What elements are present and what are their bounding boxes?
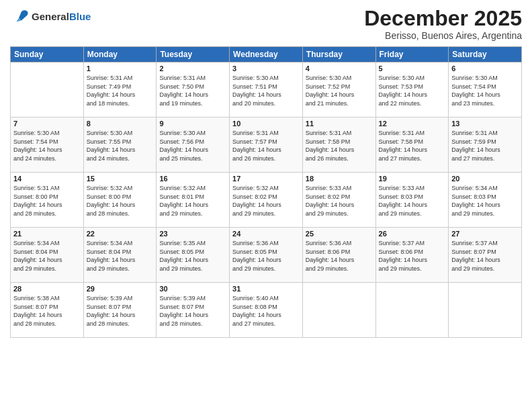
header-friday: Friday	[375, 47, 449, 62]
cell-content: Sunrise: 5:37 AMSunset: 8:06 PMDaylight:…	[379, 239, 446, 273]
cell-content: Sunrise: 5:30 AMSunset: 7:52 PMDaylight:…	[306, 74, 373, 107]
cell-content: Sunrise: 5:31 AMSunset: 7:58 PMDaylight:…	[306, 129, 373, 163]
table-row: 26Sunrise: 5:37 AMSunset: 8:06 PMDayligh…	[375, 228, 449, 283]
day-number: 11	[306, 120, 373, 128]
cell-content: Sunrise: 5:30 AMSunset: 7:56 PMDaylight:…	[159, 129, 226, 163]
table-row	[449, 283, 522, 338]
cell-content: Sunrise: 5:32 AMSunset: 8:01 PMDaylight:…	[159, 184, 226, 218]
table-row: 6Sunrise: 5:30 AMSunset: 7:54 PMDaylight…	[449, 62, 522, 118]
table-row	[11, 62, 84, 118]
calendar-week-2: 14Sunrise: 5:31 AMSunset: 8:00 PMDayligh…	[11, 173, 522, 228]
day-number: 21	[13, 230, 81, 238]
day-number: 27	[451, 230, 519, 238]
cell-content: Sunrise: 5:30 AMSunset: 7:55 PMDaylight:…	[87, 129, 154, 163]
table-row: 22Sunrise: 5:34 AMSunset: 8:04 PMDayligh…	[83, 228, 157, 283]
day-number: 15	[87, 175, 154, 183]
table-row: 21Sunrise: 5:34 AMSunset: 8:04 PMDayligh…	[11, 228, 84, 283]
table-row: 16Sunrise: 5:32 AMSunset: 8:01 PMDayligh…	[157, 173, 230, 228]
cell-content: Sunrise: 5:34 AMSunset: 8:04 PMDaylight:…	[87, 239, 154, 273]
table-row: 15Sunrise: 5:32 AMSunset: 8:00 PMDayligh…	[83, 173, 157, 228]
calendar-week-3: 21Sunrise: 5:34 AMSunset: 8:04 PMDayligh…	[11, 228, 522, 283]
day-number: 24	[232, 230, 300, 238]
header-saturday: Saturday	[449, 47, 522, 62]
day-number: 2	[159, 64, 226, 73]
calendar-header-row: Sunday Monday Tuesday Wednesday Thursday…	[11, 47, 522, 62]
day-number: 20	[451, 175, 519, 183]
day-number: 5	[379, 64, 446, 73]
calendar-table: Sunday Monday Tuesday Wednesday Thursday…	[10, 46, 522, 338]
day-number: 28	[13, 285, 81, 293]
day-number: 13	[451, 120, 519, 128]
table-row: 24Sunrise: 5:36 AMSunset: 8:05 PMDayligh…	[230, 228, 303, 283]
cell-content: Sunrise: 5:30 AMSunset: 7:53 PMDaylight:…	[379, 74, 446, 107]
table-row: 5Sunrise: 5:30 AMSunset: 7:53 PMDaylight…	[375, 62, 449, 118]
cell-content: Sunrise: 5:36 AMSunset: 8:05 PMDaylight:…	[232, 239, 300, 273]
cell-content: Sunrise: 5:31 AMSunset: 7:59 PMDaylight:…	[451, 129, 519, 163]
header-tuesday: Tuesday	[157, 47, 230, 62]
cell-content: Sunrise: 5:31 AMSunset: 7:58 PMDaylight:…	[379, 129, 446, 163]
month-title: December 2025	[364, 7, 522, 30]
cell-content: Sunrise: 5:37 AMSunset: 8:07 PMDaylight:…	[451, 239, 519, 273]
day-number: 22	[87, 230, 154, 238]
day-number: 8	[87, 120, 154, 128]
day-number: 23	[159, 230, 226, 238]
cell-content: Sunrise: 5:39 AMSunset: 8:07 PMDaylight:…	[87, 294, 154, 328]
table-row: 4Sunrise: 5:30 AMSunset: 7:52 PMDaylight…	[302, 62, 375, 118]
table-row: 20Sunrise: 5:34 AMSunset: 8:03 PMDayligh…	[449, 173, 522, 228]
logo: General Blue	[10, 7, 91, 26]
table-row: 8Sunrise: 5:30 AMSunset: 7:55 PMDaylight…	[83, 118, 157, 173]
table-row	[302, 283, 375, 338]
day-number: 3	[232, 64, 300, 73]
day-number: 25	[306, 230, 373, 238]
day-number: 10	[232, 120, 300, 128]
day-number: 18	[306, 175, 373, 183]
table-row	[375, 283, 449, 338]
header-monday: Monday	[83, 47, 157, 62]
day-number: 14	[13, 175, 81, 183]
day-number: 1	[87, 64, 154, 73]
cell-content: Sunrise: 5:30 AMSunset: 7:54 PMDaylight:…	[451, 74, 519, 107]
table-row: 18Sunrise: 5:33 AMSunset: 8:02 PMDayligh…	[302, 173, 375, 228]
day-number: 16	[159, 175, 226, 183]
table-row: 30Sunrise: 5:39 AMSunset: 8:07 PMDayligh…	[157, 283, 230, 338]
header-thursday: Thursday	[302, 47, 375, 62]
cell-content: Sunrise: 5:40 AMSunset: 8:08 PMDaylight:…	[232, 294, 300, 328]
table-row: 11Sunrise: 5:31 AMSunset: 7:58 PMDayligh…	[302, 118, 375, 173]
table-row: 29Sunrise: 5:39 AMSunset: 8:07 PMDayligh…	[83, 283, 157, 338]
table-row: 13Sunrise: 5:31 AMSunset: 7:59 PMDayligh…	[449, 118, 522, 173]
table-row: 2Sunrise: 5:31 AMSunset: 7:50 PMDaylight…	[157, 62, 230, 118]
logo-icon	[10, 7, 29, 26]
table-row: 28Sunrise: 5:38 AMSunset: 8:07 PMDayligh…	[11, 283, 84, 338]
cell-content: Sunrise: 5:34 AMSunset: 8:03 PMDaylight:…	[451, 184, 519, 218]
table-row: 7Sunrise: 5:30 AMSunset: 7:54 PMDaylight…	[11, 118, 84, 173]
logo-text: General Blue	[32, 11, 91, 21]
table-row: 27Sunrise: 5:37 AMSunset: 8:07 PMDayligh…	[449, 228, 522, 283]
day-number: 19	[379, 175, 446, 183]
cell-content: Sunrise: 5:34 AMSunset: 8:04 PMDaylight:…	[13, 239, 81, 273]
title-block: December 2025 Berisso, Buenos Aires, Arg…	[364, 7, 522, 41]
cell-content: Sunrise: 5:32 AMSunset: 8:00 PMDaylight:…	[87, 184, 154, 218]
day-number: 12	[379, 120, 446, 128]
cell-content: Sunrise: 5:35 AMSunset: 8:05 PMDaylight:…	[159, 239, 226, 273]
header-wednesday: Wednesday	[230, 47, 303, 62]
subtitle: Berisso, Buenos Aires, Argentina	[364, 30, 522, 41]
header: General Blue December 2025 Berisso, Buen…	[10, 7, 522, 41]
table-row: 14Sunrise: 5:31 AMSunset: 8:00 PMDayligh…	[11, 173, 84, 228]
cell-content: Sunrise: 5:30 AMSunset: 7:51 PMDaylight:…	[232, 74, 300, 107]
logo-blue: Blue	[69, 11, 91, 21]
cell-content: Sunrise: 5:39 AMSunset: 8:07 PMDaylight:…	[159, 294, 226, 328]
table-row: 25Sunrise: 5:36 AMSunset: 8:06 PMDayligh…	[302, 228, 375, 283]
day-number: 7	[13, 120, 81, 128]
cell-content: Sunrise: 5:30 AMSunset: 7:54 PMDaylight:…	[13, 129, 81, 163]
table-row: 9Sunrise: 5:30 AMSunset: 7:56 PMDaylight…	[157, 118, 230, 173]
calendar-week-0: 1Sunrise: 5:31 AMSunset: 7:49 PMDaylight…	[11, 62, 522, 118]
table-row: 23Sunrise: 5:35 AMSunset: 8:05 PMDayligh…	[157, 228, 230, 283]
header-sunday: Sunday	[11, 47, 84, 62]
calendar-week-1: 7Sunrise: 5:30 AMSunset: 7:54 PMDaylight…	[11, 118, 522, 173]
cell-content: Sunrise: 5:38 AMSunset: 8:07 PMDaylight:…	[13, 294, 81, 328]
day-number: 6	[451, 64, 519, 73]
cell-content: Sunrise: 5:31 AMSunset: 7:49 PMDaylight:…	[87, 74, 154, 107]
cell-content: Sunrise: 5:36 AMSunset: 8:06 PMDaylight:…	[306, 239, 373, 273]
day-number: 29	[87, 285, 154, 293]
page: General Blue December 2025 Berisso, Buen…	[0, 0, 532, 411]
